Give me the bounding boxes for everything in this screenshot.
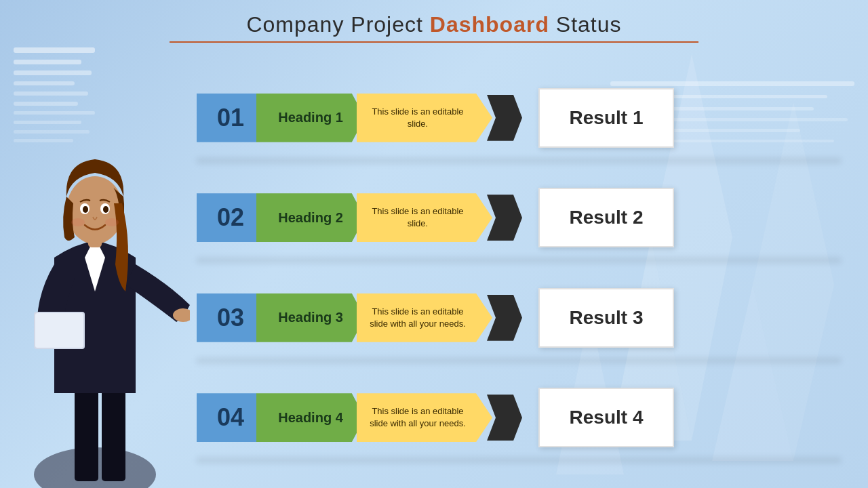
desc-badge-4: This slide is an editable slide with all…	[357, 393, 492, 442]
desc-text-2: This slide is an editable slide.	[363, 205, 472, 230]
number-4: 04	[217, 403, 244, 432]
woman-figure	[0, 54, 190, 488]
number-badge-3: 03	[197, 293, 264, 342]
svg-rect-26	[35, 313, 83, 348]
number-badge-1: 01	[197, 94, 264, 142]
svg-point-28	[66, 176, 123, 244]
title-area: Company Project Dashboard Status	[0, 0, 868, 43]
svg-rect-23	[102, 380, 125, 481]
number-badge-4: 04	[197, 393, 264, 442]
heading-label-1: Heading 1	[278, 110, 343, 125]
content-area: 01 Heading 1 This slide is an editable s…	[197, 61, 854, 474]
number-3: 03	[217, 304, 244, 332]
row-1: 01 Heading 1 This slide is an editable s…	[197, 78, 854, 158]
result-box-3: Result 3	[538, 288, 674, 348]
desc-text-4: This slide is an editable slide with all…	[363, 405, 472, 430]
number-1: 01	[217, 104, 244, 132]
result-label-4: Result 4	[570, 407, 644, 428]
title-highlight: Dashboard	[430, 12, 549, 37]
heading-badge-4: Heading 4	[256, 393, 365, 442]
page-title: Company Project Dashboard Status	[0, 12, 868, 37]
result-label-3: Result 3	[570, 307, 644, 329]
row-3: 03 Heading 3 This slide is an editable s…	[197, 278, 854, 358]
heading-label-2: Heading 2	[278, 210, 343, 226]
title-suffix: Status	[549, 12, 622, 37]
heading-badge-2: Heading 2	[256, 193, 365, 242]
result-label-1: Result 1	[570, 107, 644, 129]
svg-rect-11	[14, 47, 95, 53]
result-label-2: Result 2	[570, 207, 644, 228]
heading-badge-1: Heading 1	[256, 94, 365, 142]
svg-point-33	[71, 218, 85, 226]
desc-text-1: This slide is an editable slide.	[363, 106, 472, 130]
svg-point-32	[103, 206, 108, 213]
title-underline	[170, 41, 698, 43]
desc-badge-3: This slide is an editable slide with all…	[357, 293, 492, 342]
desc-badge-2: This slide is an editable slide.	[357, 193, 492, 242]
row-4: 04 Heading 4 This slide is an editable s…	[197, 378, 854, 458]
title-prefix: Company Project	[246, 12, 429, 37]
desc-badge-1: This slide is an editable slide.	[357, 94, 492, 142]
heading-label-4: Heading 4	[278, 410, 343, 426]
number-2: 02	[217, 203, 244, 232]
heading-label-3: Heading 3	[278, 310, 343, 325]
desc-text-3: This slide is an editable slide with all…	[363, 306, 472, 330]
svg-point-34	[105, 218, 119, 226]
result-box-2: Result 2	[538, 188, 674, 247]
heading-badge-3: Heading 3	[256, 293, 365, 342]
svg-rect-22	[75, 380, 98, 481]
number-badge-2: 02	[197, 193, 264, 242]
svg-point-31	[83, 206, 88, 213]
result-box-1: Result 1	[538, 88, 674, 148]
result-box-4: Result 4	[538, 388, 674, 447]
row-2: 02 Heading 2 This slide is an editable s…	[197, 178, 854, 258]
